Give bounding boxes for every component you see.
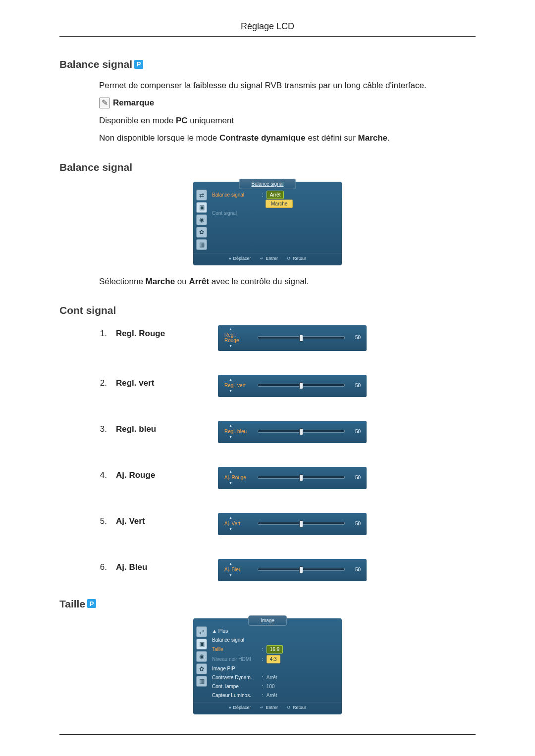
osd-top-marker: ▲ Plus <box>212 627 338 635</box>
list-label: Aj. Bleu <box>116 561 147 574</box>
slider-panel-wrapper: Aj. Bleu50 <box>218 559 367 581</box>
section-cont-signal: Cont signal <box>59 302 476 318</box>
cont-signal-text: 5.Aj. Vert <box>99 513 198 528</box>
slider-track[interactable] <box>258 430 345 433</box>
osd-row-value: 100 <box>267 683 275 690</box>
osd-row-label: Image PIP <box>212 665 259 672</box>
osd-icon-picture[interactable]: ▣ <box>196 202 207 213</box>
osd-row-balance-signal[interactable]: Balance signal : Arrêt <box>212 191 338 199</box>
osd-icon-sound[interactable]: ◉ <box>196 651 207 662</box>
header-rule <box>59 36 476 37</box>
slider-track[interactable] <box>258 336 345 339</box>
osd-row-value: 16:9 <box>267 645 283 654</box>
intro-text: Permet de compenser la faiblesse du sign… <box>99 79 476 92</box>
osd-menu: Balance signal : Arrêt Marche Cont signa… <box>212 190 338 250</box>
pc-mode-icon: P <box>134 60 143 69</box>
osd-icon-setup[interactable]: ✿ <box>196 227 207 238</box>
slider-label: Regl. bleu <box>223 429 252 434</box>
osd-row-value: 4:3 <box>267 655 280 663</box>
osd-row[interactable]: Capteur Luminos.:Arrêt <box>212 692 338 699</box>
osd-row-value: Arrêt <box>267 692 277 699</box>
slider-value: 50 <box>351 334 361 341</box>
slider-thumb[interactable] <box>299 520 303 527</box>
cont-signal-row: 5.Aj. VertAj. Vert50 <box>99 513 476 535</box>
note2-text: Non disponible lorsque le mode Contraste… <box>99 132 476 145</box>
osd-row[interactable]: Niveau noir HDMI:4:3 <box>212 655 338 663</box>
osd-row-cont-signal[interactable]: Cont signal <box>212 209 338 217</box>
return-icon: ↺ <box>287 255 291 262</box>
slider-panel-wrapper: Regl. Rouge50 <box>218 325 367 351</box>
cont-signal-list: 1.Regl. RougeRegl. Rouge502.Regl. vertRe… <box>99 325 476 581</box>
osd-dropdown-option[interactable]: Marche <box>266 200 338 208</box>
move-icon: ♦ <box>229 255 231 262</box>
list-number: 3. <box>99 423 107 436</box>
osd-row-label: Taille <box>212 646 259 653</box>
osd-taille: Image ⇄ ▣ ◉ ✿ ▥ ▲ Plus Balance signalTai… <box>193 618 342 714</box>
cont-signal-text: 6.Aj. Bleu <box>99 559 198 574</box>
section-title: Taille <box>59 596 85 612</box>
slider-label: Regl. Rouge <box>223 332 252 343</box>
osd-row-value: Arrêt <box>267 191 284 199</box>
section-balance-signal-2: Balance signal <box>59 159 476 175</box>
slider-thumb[interactable] <box>299 566 303 573</box>
slider-track[interactable] <box>258 568 345 571</box>
balance-caption: Sélectionne Marche ou Arrêt avec le cont… <box>99 275 476 288</box>
osd-icon-picture[interactable]: ▣ <box>196 639 207 650</box>
cont-signal-text: 2.Regl. vert <box>99 375 198 390</box>
page-header-title: Réglage LCD <box>0 20 535 33</box>
osd-row[interactable]: Contraste Dynam.:Arrêt <box>212 674 338 681</box>
slider-panel: Regl. vert50 <box>218 375 367 397</box>
list-number: 6. <box>99 561 107 574</box>
slider-track[interactable] <box>258 384 345 387</box>
osd-row-label: Cont signal <box>212 209 259 217</box>
list-number: 1. <box>99 327 107 340</box>
slider-thumb[interactable] <box>299 428 303 435</box>
section-title: Cont signal <box>59 302 116 318</box>
osd-icon-column: ⇄ ▣ ◉ ✿ ▥ <box>196 626 207 699</box>
list-number: 5. <box>99 515 107 528</box>
cont-signal-row: 2.Regl. vertRegl. vert50 <box>99 375 476 397</box>
move-icon: ♦ <box>229 705 231 711</box>
osd-row[interactable]: Taille:16:9 <box>212 645 338 654</box>
return-icon: ↺ <box>287 705 291 711</box>
slider-panel-wrapper: Aj. Vert50 <box>218 513 367 535</box>
osd-footer: ♦Déplacer ↵Entrer ↺Retour <box>193 253 342 263</box>
osd-footer: ♦Déplacer ↵Entrer ↺Retour <box>193 702 342 712</box>
slider-track[interactable] <box>258 522 345 525</box>
osd-icon-sound[interactable]: ◉ <box>196 214 207 225</box>
osd-icon-input[interactable]: ⇄ <box>196 190 207 201</box>
osd-icon-input[interactable]: ⇄ <box>196 626 207 637</box>
osd-row-label: Balance signal <box>212 636 259 644</box>
slider-thumb[interactable] <box>299 474 303 481</box>
slider-panel-wrapper: Aj. Rouge50 <box>218 467 367 489</box>
osd-icon-multi[interactable]: ▥ <box>196 676 207 687</box>
list-label: Regl. vert <box>116 377 154 390</box>
osd-icon-setup[interactable]: ✿ <box>196 663 207 674</box>
slider-panel-wrapper: Regl. bleu50 <box>218 421 367 443</box>
osd-row-label: Niveau noir HDMI <box>212 655 259 663</box>
cont-signal-text: 4.Aj. Rouge <box>99 467 198 482</box>
slider-value: 50 <box>351 520 361 527</box>
osd-balance-signal: Balance signal ⇄ ▣ ◉ ✿ ▥ Balance signal … <box>193 182 342 265</box>
slider-track[interactable] <box>258 476 345 479</box>
cont-signal-row: 4.Aj. RougeAj. Rouge50 <box>99 467 476 489</box>
osd-row[interactable]: Cont. lampe:100 <box>212 683 338 690</box>
slider-thumb[interactable] <box>299 335 303 342</box>
enter-icon: ↵ <box>260 705 264 711</box>
slider-label: Aj. Vert <box>223 521 252 526</box>
list-label: Regl. Rouge <box>116 327 165 340</box>
slider-value: 50 <box>351 566 361 573</box>
osd-tab-title: Image <box>248 615 287 626</box>
slider-panel: Aj. Vert50 <box>218 513 367 535</box>
slider-panel: Regl. Rouge50 <box>218 325 367 351</box>
slider-label: Regl. vert <box>223 383 252 388</box>
cont-signal-row: 6.Aj. BleuAj. Bleu50 <box>99 559 476 581</box>
osd-row[interactable]: Image PIP <box>212 665 338 672</box>
slider-panel: Regl. bleu50 <box>218 421 367 443</box>
slider-thumb[interactable] <box>299 382 303 389</box>
osd-menu: ▲ Plus Balance signalTaille:16:9Niveau n… <box>212 626 338 699</box>
cont-signal-row: 1.Regl. RougeRegl. Rouge50 <box>99 325 476 351</box>
osd-row[interactable]: Balance signal <box>212 636 338 644</box>
osd-icon-multi[interactable]: ▥ <box>196 239 207 250</box>
note-label: Remarque <box>113 97 154 109</box>
